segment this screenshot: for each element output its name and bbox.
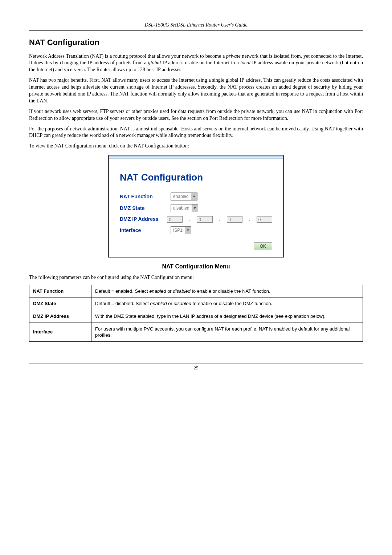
r1-d: disabled [173, 288, 190, 294]
r2-a: Default = disabled. Select [95, 301, 150, 306]
r2-e: to enable or disable the DMZ function. [191, 301, 272, 306]
paragraph-4: For the purposes of network administrati… [29, 126, 363, 139]
interface-label: Interface [120, 227, 166, 234]
dmz-ip-octet-3[interactable]: 0 [227, 216, 242, 223]
figure-container: NAT Configuration NAT Function enabled ▼… [29, 155, 363, 258]
ok-button[interactable]: OK [254, 242, 272, 250]
r1-c: or [166, 288, 173, 294]
interface-select[interactable]: ISP1 ▼ [171, 226, 191, 234]
param-desc-nat-function: Default = enabled. Select enabled or dis… [91, 285, 363, 297]
row-dmz-ip: DMZ IP Address 0.0.0.0 [120, 216, 272, 223]
param-desc-dmz-ip: With the DMZ State enabled, type in the … [91, 310, 363, 323]
row-interface: Interface ISP1 ▼ [120, 226, 272, 234]
dot-2: . [219, 216, 220, 222]
parameter-table: NAT Function Default = enabled. Select e… [29, 285, 363, 342]
nat-config-figure: NAT Configuration NAT Function enabled ▼… [108, 155, 284, 258]
row-dmz-state: DMZ State disabled ▼ [120, 204, 272, 212]
dot-1: . [189, 216, 190, 222]
r1-b: enabled [149, 288, 166, 294]
r2-c: or [167, 301, 174, 306]
page-number: 25 [29, 364, 363, 371]
p1-e: IP address usable on the Internet to a [161, 60, 240, 65]
dmz-ip-octet-4[interactable]: 0 [257, 216, 272, 223]
table-row: DMZ IP Address With the DMZ State enable… [29, 310, 363, 323]
dmz-state-select[interactable]: disabled ▼ [171, 204, 198, 212]
paragraph-6: The following parameters can be configur… [29, 274, 363, 281]
paragraph-1: Network Address Translation (NAT) is a r… [29, 53, 363, 74]
figure-caption: NAT Configuration Menu [29, 263, 363, 271]
table-row: DMZ State Default = disabled. Select ena… [29, 297, 363, 310]
paragraph-2: NAT has two major benefits. First, NAT a… [29, 77, 363, 105]
r1-e: to enable or disable the NAT function. [191, 288, 270, 294]
r2-d: disabled [173, 301, 191, 306]
running-header: DSL-1500G SHDSL Ethernet Router User's G… [29, 22, 363, 31]
row-nat-function: NAT Function enabled ▼ [120, 193, 272, 200]
dmz-ip-octet-2[interactable]: 0 [197, 216, 212, 223]
nat-function-select[interactable]: enabled ▼ [171, 193, 197, 200]
figure-title: NAT Configuration [120, 171, 272, 184]
r1-a: Default = enabled. Select [95, 288, 149, 294]
param-name-dmz-ip: DMZ IP Address [29, 310, 91, 323]
param-desc-dmz-state: Default = disabled. Select enabled or di… [91, 297, 363, 310]
interface-value: ISP1 [171, 227, 185, 233]
table-row: NAT Function Default = enabled. Select e… [29, 285, 363, 297]
param-desc-interface: For users with multiple PVC accounts, yo… [91, 323, 363, 341]
nat-function-label: NAT Function [120, 193, 166, 200]
r2-b: enabled [150, 301, 167, 306]
param-name-interface: Interface [29, 323, 91, 341]
p1-f: local [240, 60, 250, 65]
p1-d: global [148, 60, 161, 65]
chevron-down-icon: ▼ [191, 193, 197, 200]
chevron-down-icon: ▼ [185, 227, 191, 234]
section-title: NAT Configuration [29, 37, 363, 48]
dmz-state-value: disabled [171, 205, 192, 211]
nat-function-value: enabled [171, 194, 191, 199]
dmz-state-label: DMZ State [120, 205, 166, 212]
paragraph-5: To view the NAT Configuration menu, clic… [29, 143, 363, 150]
figure-top-bar [109, 155, 283, 159]
chevron-down-icon: ▼ [192, 204, 198, 212]
dmz-ip-octet-1[interactable]: 0 [167, 216, 183, 223]
dmz-ip-label: DMZ IP Address [120, 216, 163, 223]
table-row: Interface For users with multiple PVC ac… [29, 323, 363, 341]
p1-b: private [226, 53, 241, 59]
param-name-dmz-state: DMZ State [29, 297, 91, 310]
dot-3: . [249, 216, 250, 222]
p1-a: Network Address Translation (NAT) is a r… [29, 53, 226, 59]
paragraph-3: If your network uses web servers, FTP se… [29, 108, 363, 122]
param-name-nat-function: NAT Function [29, 285, 91, 297]
